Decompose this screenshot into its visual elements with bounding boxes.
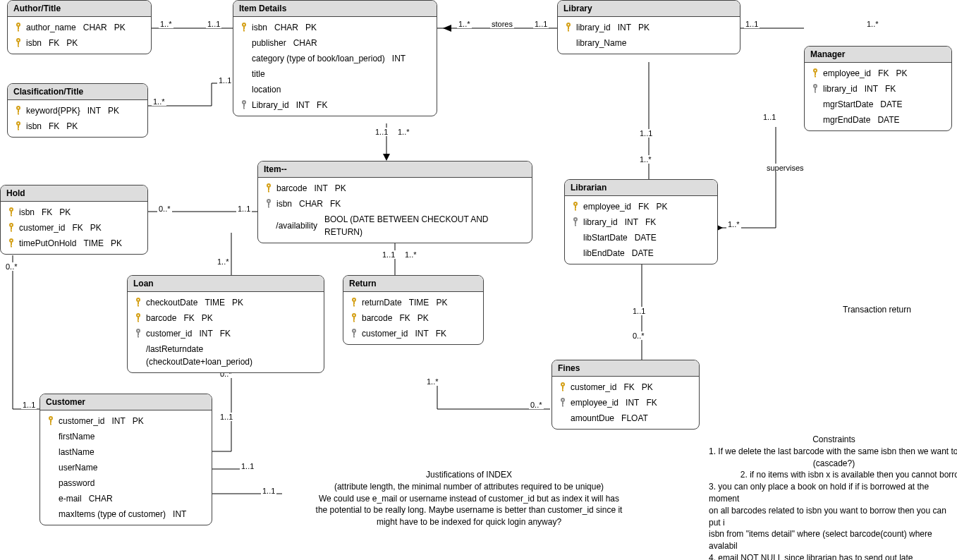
attr-name: isbn bbox=[26, 37, 42, 49]
entity-author-title: Author/Title author_nameCHARPKisbnFKPK bbox=[7, 0, 152, 54]
attr-row: timePutOnHoldTIMEPK bbox=[1, 236, 147, 251]
entity-title: Return bbox=[343, 276, 483, 292]
attr-row: isbnFKPK bbox=[8, 35, 151, 51]
attr-name: library_id bbox=[823, 83, 858, 95]
attr-keys: PK bbox=[111, 237, 122, 250]
attr-row: library_idINTPK bbox=[558, 20, 740, 35]
attr-name: title bbox=[252, 68, 265, 80]
attr-row: employee_idFKPK bbox=[565, 199, 717, 214]
key-icon bbox=[239, 100, 249, 110]
attr-type: DATE bbox=[635, 231, 657, 244]
justifications-line: We could use e_mail or username instead … bbox=[296, 493, 642, 505]
attr-keys: PK bbox=[202, 312, 213, 324]
card-label: 1..* bbox=[216, 257, 231, 266]
attr-row: userName bbox=[40, 460, 212, 475]
attr-name: isbn bbox=[26, 120, 42, 133]
card-label: 1..* bbox=[865, 20, 880, 28]
card-label: 1..* bbox=[457, 20, 472, 28]
attr-row: isbnCHARPK bbox=[233, 20, 437, 35]
attr-row: location bbox=[233, 82, 437, 97]
attr-type: TIME bbox=[83, 237, 104, 250]
attr-name: libStartDate bbox=[583, 231, 628, 244]
card-label: 1..* bbox=[396, 128, 411, 136]
attr-type: FK bbox=[399, 312, 410, 324]
attr-keys: PK bbox=[335, 182, 346, 195]
entity-title: Loan bbox=[128, 276, 324, 292]
card-label: 1..1 bbox=[219, 413, 234, 421]
attr-row: employee_idINTFK bbox=[552, 395, 699, 410]
attr-row: libEndDateDATE bbox=[565, 245, 717, 261]
attr-row: lastName bbox=[40, 444, 212, 460]
entity-title: Customer bbox=[40, 394, 212, 410]
attr-type: INT bbox=[199, 327, 212, 340]
attr-type: INT bbox=[314, 182, 327, 195]
attr-type: INT bbox=[111, 415, 125, 427]
entity-loan: Loan checkoutDateTIMEPKbarcodeFKPKcustom… bbox=[127, 275, 324, 373]
key-icon bbox=[571, 217, 580, 227]
constraints-line: 3. you can only place a book on hold if … bbox=[709, 481, 957, 505]
attr-keys: PK bbox=[66, 37, 78, 49]
card-label: 1..1 bbox=[374, 128, 389, 136]
attr-type: INT bbox=[296, 99, 310, 111]
card-label: 1..* bbox=[638, 155, 653, 164]
card-label: 1..* bbox=[152, 97, 166, 106]
constraints-line: on all barcodes related to isbn you want… bbox=[709, 505, 957, 529]
key-icon bbox=[264, 199, 274, 209]
attr-keys: PK bbox=[133, 415, 144, 427]
attr-type: TIME bbox=[409, 296, 429, 309]
key-icon bbox=[133, 329, 143, 339]
attr-type: FK bbox=[49, 120, 59, 133]
attr-keys: FK bbox=[645, 216, 656, 229]
key-icon bbox=[571, 202, 580, 212]
card-label: 1..* bbox=[726, 220, 741, 229]
attr-name: customer_id bbox=[146, 327, 192, 340]
entity-title: Item-- bbox=[258, 162, 532, 178]
card-label: 1..1 bbox=[533, 20, 549, 28]
attr-row: /availabilityBOOL (DATE BETWEEN CHECKOUT… bbox=[258, 212, 532, 240]
attr-keys: PK bbox=[638, 21, 650, 34]
attr-keys: PK bbox=[108, 104, 119, 117]
key-icon bbox=[6, 238, 16, 248]
attr-type: FK bbox=[72, 221, 83, 234]
attr-type: INT bbox=[415, 327, 428, 340]
key-icon bbox=[46, 416, 56, 426]
attr-row: libStartDateDATE bbox=[565, 230, 717, 245]
entity-librarian: Librarian employee_idFKPKlibrary_idINTFK… bbox=[564, 179, 718, 264]
attr-keys: PK bbox=[656, 200, 667, 213]
attr-name: e-mail bbox=[59, 492, 82, 505]
attr-name: customer_id bbox=[59, 415, 104, 427]
attr-keys: PK bbox=[232, 296, 243, 309]
attr-keys: FK bbox=[220, 327, 231, 340]
attr-keys: PK bbox=[305, 21, 317, 34]
attr-row: customer_idINTFK bbox=[343, 326, 483, 341]
constraints-title: Constraints bbox=[709, 434, 957, 446]
key-icon bbox=[13, 23, 23, 32]
key-icon bbox=[133, 313, 143, 323]
attr-keys: FK bbox=[646, 396, 657, 409]
constraints-line: 2. if no items with isbn x is available … bbox=[709, 469, 957, 481]
attr-keys: PK bbox=[896, 67, 907, 80]
attr-row: Library_idINTFK bbox=[233, 97, 437, 113]
attr-name: customer_id bbox=[19, 221, 65, 234]
constraints-line: isbn from "items detail" where (select b… bbox=[709, 528, 957, 552]
card-label: 1..1 bbox=[21, 401, 37, 409]
attr-name: isbn bbox=[19, 206, 35, 219]
attr-name: timePutOnHold bbox=[19, 237, 76, 250]
card-label: 1..1 bbox=[631, 307, 647, 315]
attr-type: INT bbox=[618, 21, 631, 34]
rel-label-stores: stores bbox=[490, 20, 514, 28]
attr-row: password bbox=[40, 475, 212, 491]
attr-name: barcode bbox=[146, 312, 176, 324]
entity-library: Library library_idINTPKlibrary_Name bbox=[557, 0, 740, 54]
entity-title: Fines bbox=[552, 360, 699, 377]
attr-type: FK bbox=[638, 200, 649, 213]
attr-name: /availability bbox=[276, 219, 317, 232]
attr-row: isbnFKPK bbox=[8, 118, 147, 134]
key-icon bbox=[13, 106, 23, 116]
attr-name: isbn bbox=[276, 197, 292, 210]
entity-title: Item Details bbox=[233, 1, 437, 17]
attr-row: customer_idFKPK bbox=[1, 220, 147, 236]
attr-type: INT bbox=[392, 52, 406, 65]
attr-name: barcode bbox=[362, 312, 392, 324]
entity-hold: Hold isbnFKPKcustomer_idFKPKtimePutOnHol… bbox=[0, 185, 148, 255]
